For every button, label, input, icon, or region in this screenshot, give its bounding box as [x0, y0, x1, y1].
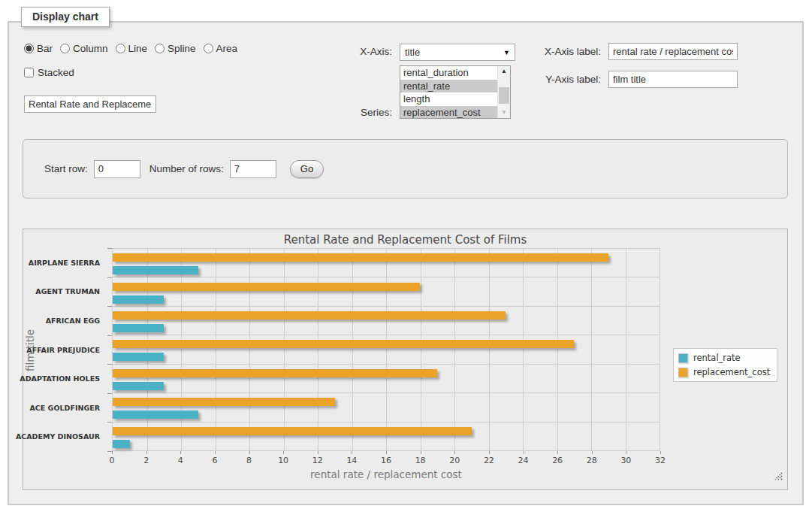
x-tick-label: 18 [415, 456, 426, 465]
bar-replacement_cost [113, 369, 437, 377]
series-scrollbar[interactable]: ▲ ▼ [497, 66, 510, 118]
x-tick-mark [421, 451, 421, 454]
x-tick-label: 10 [278, 456, 288, 465]
bar-rental_rate [113, 266, 198, 274]
bar-replacement_cost [113, 340, 574, 348]
x-tick-label: 12 [312, 456, 323, 465]
chart-type-radio-area[interactable] [204, 44, 213, 53]
y-tick-mark [107, 422, 112, 423]
x-tick-label: 30 [620, 456, 631, 465]
row-range-panel: Start row: Number of rows: Go [23, 139, 788, 198]
x-tick-mark [180, 451, 181, 454]
start-row-input[interactable] [94, 160, 140, 178]
display-chart-fieldset: Display chart BarColumnLineSplineArea St… [8, 21, 804, 505]
x-tick-label: 32 [655, 456, 666, 465]
series-listbox[interactable]: rental_durationrental_ratelengthreplacem… [400, 65, 511, 119]
y-tick-mark [107, 248, 112, 249]
dropdown-arrow-icon: ▼ [503, 49, 510, 56]
x-axis-label-input[interactable] [608, 43, 738, 60]
series-option-rental_rate[interactable]: rental_rate [400, 80, 497, 93]
stacked-checkbox-row[interactable]: Stacked [24, 67, 74, 78]
x-tick-mark [489, 451, 490, 454]
stacked-checkbox[interactable] [24, 68, 34, 77]
chart-type-bar[interactable]: Bar [24, 43, 53, 54]
bar-rental_rate [113, 295, 164, 304]
bar-rental_rate [113, 353, 164, 361]
scroll-up-icon[interactable]: ▲ [498, 66, 510, 77]
chart-type-group: BarColumnLineSplineArea [24, 43, 237, 54]
x-tick-label: 20 [449, 456, 460, 465]
y-axis-label-input[interactable] [608, 71, 738, 88]
category-band [113, 277, 660, 306]
chart-type-label: Bar [37, 43, 53, 54]
x-axis-selected-value: title [405, 47, 503, 58]
series-option-length[interactable]: length [400, 92, 497, 106]
y-tick-mark [107, 335, 112, 336]
category-band [113, 365, 660, 393]
x-tick-label: 14 [346, 456, 357, 465]
bar-replacement_cost [113, 427, 472, 435]
bars-layer [113, 249, 660, 450]
x-tick-label: 4 [178, 456, 183, 465]
x-tick-mark [626, 451, 626, 454]
plot-area [112, 248, 660, 451]
page: Display chart BarColumnLineSplineArea St… [0, 0, 812, 512]
x-tick-mark [557, 451, 558, 454]
go-button[interactable]: Go [290, 160, 324, 178]
y-category-label: AGENT TRUMAN [23, 277, 106, 307]
x-tick-mark [215, 451, 216, 454]
x-axis-select[interactable]: title ▼ [400, 44, 515, 61]
chart-type-radio-line[interactable] [116, 44, 125, 53]
bar-replacement_cost [113, 398, 335, 406]
chart-type-radio-spline[interactable] [155, 44, 165, 53]
x-tick-mark [592, 451, 593, 454]
chart-type-spline[interactable]: Spline [155, 43, 196, 54]
x-tick-label: 28 [587, 456, 597, 465]
x-tick-mark [146, 451, 147, 454]
chart-type-label: Spline [168, 43, 196, 54]
x-tick-mark [352, 451, 352, 454]
chart-type-label: Area [216, 43, 238, 54]
y-tick-mark [107, 306, 112, 307]
x-tick-mark [524, 451, 524, 454]
y-tick-mark [107, 277, 112, 278]
chart-type-column[interactable]: Column [60, 43, 108, 54]
x-tick-mark [454, 451, 455, 454]
category-band [113, 393, 660, 422]
y-tick-mark [107, 364, 112, 365]
chart-type-label: Column [73, 43, 108, 54]
bar-rental_rate [113, 411, 198, 419]
x-tick-label: 24 [518, 456, 529, 465]
chart-type-area[interactable]: Area [204, 43, 238, 54]
x-tick-mark [318, 451, 318, 454]
stacked-label: Stacked [38, 67, 74, 78]
chart-type-radio-bar[interactable] [24, 44, 34, 53]
legend-swatch-replacement_cost [678, 368, 688, 377]
x-tick-label: 22 [484, 456, 494, 465]
y-tick-mark [107, 393, 112, 394]
chart-type-radio-column[interactable] [60, 44, 70, 53]
scrollbar-thumb[interactable] [499, 87, 509, 104]
series-option-replacement_cost[interactable]: replacement_cost [400, 106, 497, 119]
x-axis-select-label: X-Axis: [324, 46, 392, 57]
y-category-label: AIRPLANE SIERRA [23, 248, 106, 277]
x-tick-mark [386, 451, 387, 454]
bar-replacement_cost [113, 283, 420, 291]
series-option-rental_duration[interactable]: rental_duration [400, 66, 497, 80]
x-axis-label-caption: X-Axis label: [527, 46, 601, 57]
category-band [113, 335, 660, 364]
bar-rental_rate [113, 324, 164, 332]
scroll-down-icon[interactable]: ▼ [498, 108, 510, 118]
bar-replacement_cost [113, 253, 608, 262]
bar-rental_rate [113, 382, 164, 390]
chart-title-input[interactable] [24, 95, 156, 113]
chart-type-label: Line [128, 43, 148, 54]
resize-handle-icon[interactable] [774, 471, 783, 480]
num-rows-input[interactable] [230, 160, 276, 178]
y-category-label: ACADEMY DINOSAUR [23, 422, 106, 451]
chart-type-line[interactable]: Line [116, 43, 148, 54]
legend-label: replacement_cost [693, 367, 770, 377]
fieldset-legend: Display chart [21, 7, 110, 27]
legend-label: rental_rate [693, 353, 741, 363]
x-axis-title: rental rate / replacement cost [112, 468, 660, 480]
